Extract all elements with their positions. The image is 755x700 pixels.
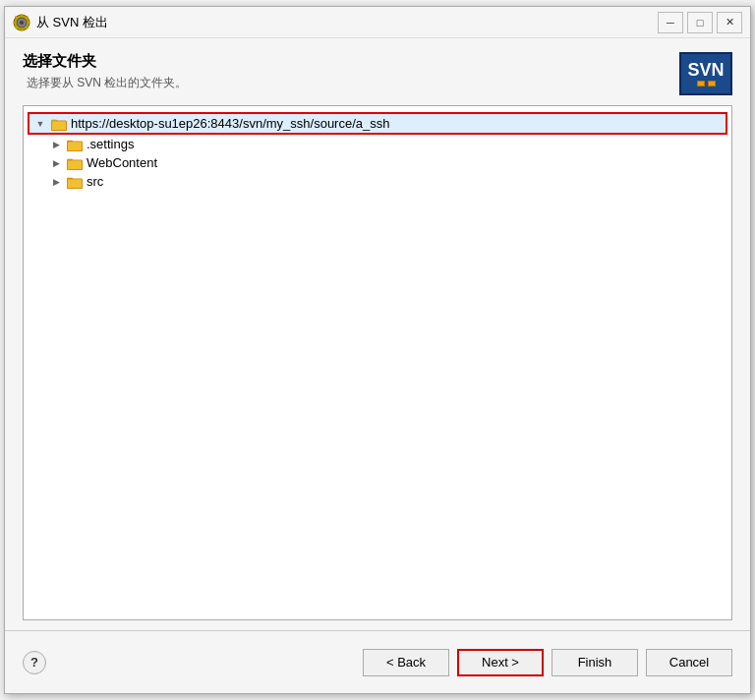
tree-arrow-src[interactable]	[49, 175, 63, 189]
tree-expand-arrow-root[interactable]	[33, 117, 47, 131]
svg-rect-5	[14, 22, 17, 24]
tree-arrow-settings[interactable]	[49, 138, 63, 151]
tree-item-src[interactable]: src	[45, 172, 727, 191]
logo-dot-1	[697, 81, 705, 87]
cancel-button[interactable]: Cancel	[646, 649, 732, 676]
back-button[interactable]: < Back	[363, 649, 449, 676]
tree-arrow-webcontent[interactable]	[49, 156, 63, 170]
svn-logo: SVN	[679, 52, 732, 95]
svg-rect-6	[28, 22, 30, 24]
svg-rect-22	[68, 179, 83, 189]
page-title: 选择文件夹	[23, 52, 187, 71]
folder-icon-root	[51, 117, 67, 131]
tree-label-settings: .settings	[87, 137, 134, 151]
svn-logo-decoration	[697, 81, 716, 87]
maximize-button[interactable]: □	[687, 12, 713, 33]
tree-label-webcontent: WebContent	[87, 155, 157, 170]
app-icon	[13, 14, 30, 31]
svn-logo-text: SVN	[687, 61, 724, 79]
tree-root-item[interactable]: https://desktop-su1ep26:8443/svn/my_ssh/…	[28, 112, 727, 135]
tree-item-webcontent[interactable]: WebContent	[45, 153, 727, 172]
folder-icon-settings	[67, 138, 83, 151]
svg-rect-13	[52, 121, 67, 131]
minimize-button[interactable]: ─	[658, 12, 683, 33]
next-button[interactable]: Next >	[457, 649, 544, 676]
folder-icon-webcontent	[67, 156, 83, 170]
finish-button[interactable]: Finish	[552, 649, 638, 676]
title-bar: 从 SVN 检出 ─ □ ✕	[5, 7, 750, 38]
folder-tree-container[interactable]: https://desktop-su1ep26:8443/svn/my_ssh/…	[23, 105, 732, 620]
window-title: 从 SVN 检出	[36, 14, 108, 31]
folder-icon-src	[67, 175, 83, 189]
next-label: Next >	[482, 655, 519, 670]
header-text-block: 选择文件夹 选择要从 SVN 检出的文件夹。	[23, 52, 187, 91]
svg-rect-16	[68, 142, 83, 151]
svg-rect-19	[68, 160, 83, 170]
svg-point-2	[20, 21, 24, 25]
dialog-footer: ? < Back Next > Finish Cancel	[5, 630, 750, 693]
tree-label-src: src	[87, 174, 103, 189]
main-window: 从 SVN 检出 ─ □ ✕ 选择文件夹 选择要从 SVN 检出的文件夹。 SV…	[4, 6, 751, 694]
svg-rect-4	[21, 28, 23, 30]
help-button[interactable]: ?	[23, 651, 46, 674]
tree-item-settings[interactable]: .settings	[45, 135, 727, 153]
tree-children: .settings WebContent	[28, 135, 727, 191]
window-controls: ─ □ ✕	[658, 12, 742, 33]
footer-left: ?	[23, 651, 46, 674]
close-button[interactable]: ✕	[717, 12, 742, 33]
title-bar-left: 从 SVN 检出	[13, 14, 108, 31]
header-section: 选择文件夹 选择要从 SVN 检出的文件夹。 SVN	[5, 38, 750, 105]
tree-root-label: https://desktop-su1ep26:8443/svn/my_ssh/…	[71, 116, 389, 131]
footer-buttons: < Back Next > Finish Cancel	[363, 649, 732, 676]
logo-dot-2	[708, 81, 716, 87]
page-subtitle: 选择要从 SVN 检出的文件夹。	[27, 75, 187, 91]
svg-rect-3	[21, 14, 23, 17]
